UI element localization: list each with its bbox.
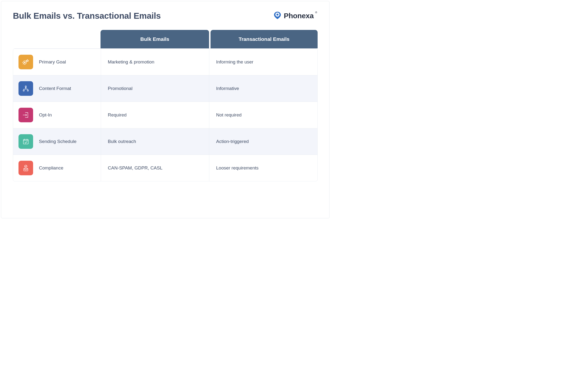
table-row: Sending Schedule Bulk outreach Action-tr… [13, 128, 317, 155]
hierarchy-icon [18, 81, 33, 96]
svg-point-3 [24, 62, 25, 63]
comparison-table: Bulk Emails Transactional Emails [13, 30, 318, 181]
svg-point-14 [27, 90, 28, 91]
svg-rect-21 [24, 168, 28, 171]
row-label-text: Opt-In [39, 112, 52, 118]
table-header: Bulk Emails Transactional Emails [13, 30, 318, 49]
table-row: Primary Goal Marketing & promotion Infor… [13, 49, 317, 75]
header: Bulk Emails vs. Transactional Emails Pho… [13, 11, 318, 21]
cell-transactional: Action-triggered [209, 128, 317, 155]
row-label-text: Content Format [39, 86, 71, 91]
cell-bulk: Required [101, 102, 209, 128]
cell-transactional: Not required [209, 102, 317, 128]
page-title: Bulk Emails vs. Transactional Emails [13, 11, 161, 21]
calendar-check-icon [18, 134, 33, 149]
column-header-transactional: Transactional Emails [211, 30, 318, 49]
svg-rect-16 [23, 140, 28, 144]
row-label-text: Primary Goal [39, 59, 66, 65]
row-label: Opt-In [13, 102, 101, 128]
phonexa-mark-icon [273, 11, 282, 21]
svg-line-6 [23, 64, 24, 64]
table-row: Content Format Promotional Informative [13, 75, 317, 102]
table-row: Compliance CAN-SPAM, GDPR, CASL Looser r… [13, 155, 317, 181]
table-body: Primary Goal Marketing & promotion Infor… [13, 49, 318, 181]
svg-point-13 [23, 90, 24, 91]
target-star-icon [18, 55, 33, 69]
row-label: Compliance [13, 155, 101, 181]
table-row: Opt-In Required Not required [13, 102, 317, 128]
header-spacer [13, 30, 101, 49]
enter-arrow-icon [18, 108, 33, 122]
row-label: Primary Goal [13, 49, 101, 75]
brand-logo: Phonexa ® [273, 11, 318, 21]
cell-bulk: CAN-SPAM, GDPR, CASL [101, 155, 209, 181]
approved-mail-icon [18, 161, 33, 175]
row-label-text: Compliance [39, 165, 63, 171]
column-header-bulk: Bulk Emails [101, 30, 209, 49]
row-label: Content Format [13, 75, 101, 102]
cell-bulk: Promotional [101, 75, 209, 102]
svg-point-1 [277, 14, 278, 16]
row-label: Sending Schedule [13, 128, 101, 155]
brand-name: Phonexa [284, 12, 314, 20]
cell-transactional: Informative [209, 75, 317, 102]
registered-mark-icon: ® [315, 11, 317, 14]
row-label-text: Sending Schedule [39, 139, 76, 144]
cell-transactional: Looser requirements [209, 155, 317, 181]
comparison-card: Bulk Emails vs. Transactional Emails Pho… [1, 1, 330, 218]
cell-bulk: Bulk outreach [101, 128, 209, 155]
svg-point-8 [25, 86, 26, 87]
cell-bulk: Marketing & promotion [101, 49, 209, 75]
cell-transactional: Informing the user [209, 49, 317, 75]
